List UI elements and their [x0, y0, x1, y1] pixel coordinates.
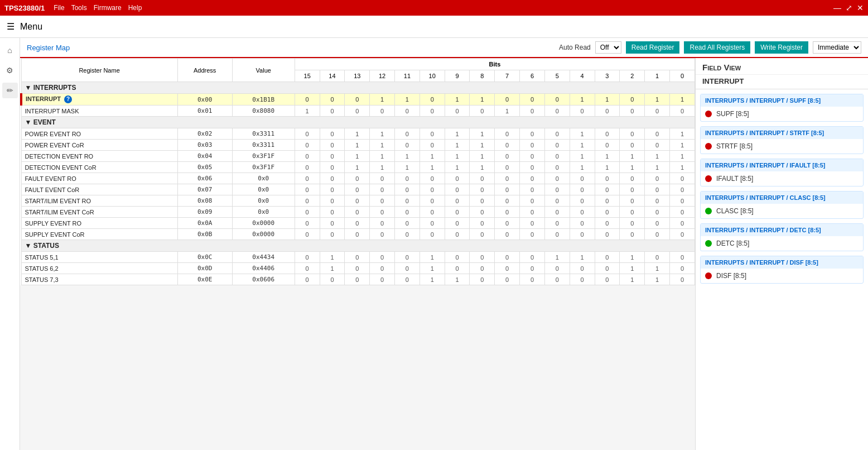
bit-cell-6: 1	[445, 140, 470, 151]
table-scroll[interactable]: Register Name Address Value Bits 1514131…	[20, 58, 695, 450]
bit-cell-2: 0	[345, 173, 370, 184]
menu-help[interactable]: Help	[128, 4, 142, 12]
bit-cell-13: 1	[620, 263, 645, 274]
field-view-title: Field View	[696, 58, 868, 75]
bit-cell-8: 0	[495, 184, 520, 195]
bit-cell-12: 1	[595, 162, 620, 173]
close-button[interactable]: ✕	[857, 3, 864, 12]
register-name-cell: POWER EVENT RO	[21, 128, 177, 140]
menu-firmware[interactable]: Firmware	[94, 4, 122, 12]
address-cell: 0x03	[177, 140, 232, 151]
table-row[interactable]: FAULT EVENT RO0x060x00000000000000000	[21, 173, 695, 184]
bit-cell-1: 0	[320, 195, 345, 207]
hamburger-icon[interactable]: ☰	[7, 21, 15, 32]
bit-cell-4: 1	[395, 162, 420, 173]
bit-cell-8: 0	[495, 252, 520, 263]
field-section-header[interactable]: INTERRUPTS / INTERRUPT / IFAULT [8:5]	[701, 159, 863, 171]
bit-cell-7: 0	[470, 263, 495, 274]
address-cell: 0x0A	[177, 218, 232, 229]
bit-cell-12: 1	[595, 94, 620, 106]
write-register-button[interactable]: Write Register	[755, 41, 808, 54]
bit-cell-15: 0	[669, 173, 695, 184]
register-name-cell: INTERRUPT?	[21, 94, 177, 106]
bit-cell-2: 1	[345, 140, 370, 151]
bit-cell-15: 0	[669, 252, 695, 263]
field-section-header[interactable]: INTERRUPTS / INTERRUPT / CLASC [8:5]	[701, 192, 863, 204]
address-cell: 0x07	[177, 184, 232, 195]
table-row[interactable]: DETECTION EVENT CoR0x050x3F1F00111111000…	[21, 162, 695, 173]
bit-cell-13: 0	[620, 128, 645, 140]
table-row[interactable]: STATUS 7,30x0E0x06060000011000000110	[21, 274, 695, 285]
bit-cell-11: 0	[570, 263, 595, 274]
bit-cell-13: 1	[620, 252, 645, 263]
bit-cell-8: 0	[495, 140, 520, 151]
bit-cell-15: 0	[669, 229, 695, 240]
bit-cell-4: 0	[395, 207, 420, 218]
bit-cell-8: 0	[495, 173, 520, 184]
bit-cell-5: 0	[419, 195, 445, 207]
table-row[interactable]: SUPPLY EVENT RO0x0A0x0000000000000000000…	[21, 218, 695, 229]
bit-cell-15: 0	[669, 263, 695, 274]
field-section-body: STRTF [8:5]	[701, 139, 863, 154]
field-section-header[interactable]: INTERRUPTS / INTERRUPT / DETC [8:5]	[701, 224, 863, 236]
field-section-header[interactable]: INTERRUPTS / INTERRUPT / STRTF [8:5]	[701, 127, 863, 139]
address-cell: 0x0C	[177, 252, 232, 263]
bit-cell-9: 0	[520, 274, 545, 285]
field-section-header[interactable]: INTERRUPTS / INTERRUPT / DISF [8:5]	[701, 256, 863, 269]
table-row[interactable]: STATUS 5,10x0C0x44340100010000110100	[21, 252, 695, 263]
bit-cell-12: 0	[595, 184, 620, 195]
sidebar-edit-icon[interactable]: ✏	[2, 83, 18, 98]
bit-header-12: 12	[370, 70, 395, 82]
bit-cell-8: 0	[495, 195, 520, 207]
read-register-button[interactable]: Read Register	[626, 41, 680, 54]
col-header-address: Address	[177, 59, 232, 82]
info-icon[interactable]: ?	[64, 95, 72, 103]
field-section-header[interactable]: INTERRUPTS / INTERRUPT / SUPF [8:5]	[701, 94, 863, 107]
table-row[interactable]: DETECTION EVENT RO0x040x3F1F001111110001…	[21, 151, 695, 162]
bit-header-5: 5	[544, 70, 570, 82]
table-row[interactable]: START/ILIM EVENT RO0x080x000000000000000…	[21, 195, 695, 207]
menu-tools[interactable]: Tools	[71, 4, 87, 12]
auto-read-select[interactable]: Off On	[595, 41, 621, 54]
bit-cell-3: 0	[370, 207, 395, 218]
read-all-registers-button[interactable]: Read All Registers	[684, 41, 750, 54]
table-row[interactable]: POWER EVENT CoR0x030x3311001100110001000…	[21, 140, 695, 151]
bit-cell-15: 0	[669, 195, 695, 207]
table-row[interactable]: POWER EVENT RO0x020x33110011001100010001	[21, 128, 695, 140]
bit-cell-12: 0	[595, 274, 620, 285]
bit-cell-14: 1	[645, 274, 670, 285]
bit-cell-14: 0	[645, 218, 670, 229]
maximize-button[interactable]: ⤢	[846, 3, 852, 12]
table-row[interactable]: STATUS 6,20x0D0x44060100010000000110	[21, 263, 695, 274]
minimize-button[interactable]: —	[833, 3, 841, 12]
table-row[interactable]: INTERRUPT MASK0x010x80801000000010000000	[21, 106, 695, 117]
register-name-cell: SUPPLY EVENT RO	[21, 218, 177, 229]
bit-cell-6: 0	[445, 106, 470, 117]
bit-cell-11: 1	[570, 151, 595, 162]
table-row[interactable]: START/ILIM EVENT CoR0x090x00000000000000…	[21, 207, 695, 218]
bit-cell-7: 1	[470, 140, 495, 151]
bit-cell-1: 0	[320, 162, 345, 173]
bit-cell-10: 0	[544, 173, 570, 184]
bit-cell-11: 1	[570, 140, 595, 151]
field-view-scroll[interactable]: INTERRUPTS / INTERRUPT / SUPF [8:5]SUPF …	[696, 89, 868, 450]
immediate-select[interactable]: Immediate Deferred	[813, 41, 861, 54]
bit-cell-15: 0	[669, 184, 695, 195]
section-status: ▼ STATUS	[21, 240, 695, 252]
table-row[interactable]: INTERRUPT?0x000x1B1B0001101100011011	[21, 94, 695, 106]
sidebar-home-icon[interactable]: ⌂	[2, 42, 18, 58]
bit-cell-14: 0	[645, 195, 670, 207]
bit-cell-9: 0	[520, 195, 545, 207]
table-row[interactable]: FAULT EVENT CoR0x070x00000000000000000	[21, 184, 695, 195]
bit-cell-8: 1	[495, 106, 520, 117]
bit-cell-15: 1	[669, 128, 695, 140]
bit-cell-4: 0	[395, 195, 420, 207]
table-row[interactable]: SUPPLY EVENT CoR0x0B0x000000000000000000…	[21, 229, 695, 240]
bit-cell-9: 0	[520, 106, 545, 117]
bit-cell-9: 0	[520, 218, 545, 229]
menu-file[interactable]: File	[54, 4, 64, 12]
sidebar-filter-icon[interactable]: ⚙	[2, 63, 18, 78]
field-status-dot	[705, 272, 712, 279]
bit-cell-7: 0	[470, 195, 495, 207]
bit-cell-12: 0	[595, 218, 620, 229]
